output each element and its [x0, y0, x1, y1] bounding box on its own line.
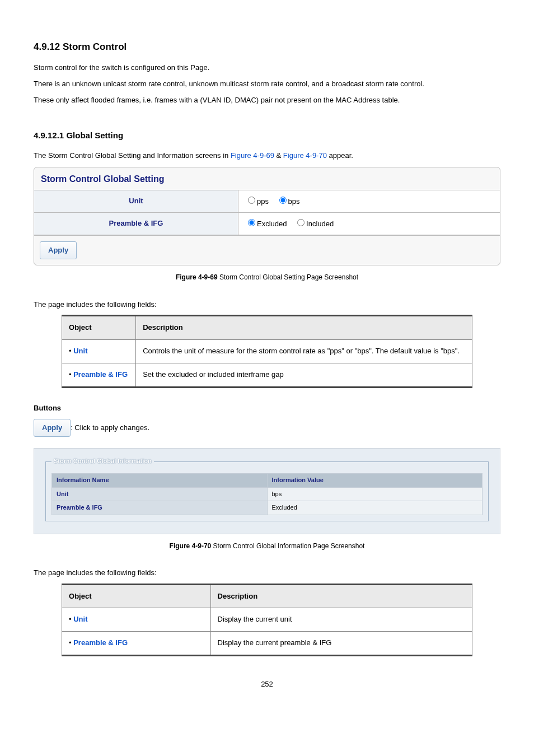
text: appear.: [327, 151, 353, 160]
radio-included-input[interactable]: [297, 219, 305, 226]
intro-p1: Storm control for the switch is configur…: [34, 62, 500, 74]
definition-table-2: Object Description Unit Display the curr…: [62, 584, 472, 656]
definition-table-1: Object Description Unit Controls the uni…: [62, 315, 472, 388]
info-preamble-name: Preamble & IFG: [52, 501, 268, 515]
buttons-heading: Buttons: [34, 403, 500, 414]
radio-excluded-label: Excluded: [257, 220, 287, 228]
panel-row-preamble: Preamble & IFG Excluded Included: [34, 212, 500, 235]
obj-preamble-2: Preamble & IFG: [62, 632, 211, 656]
obj-unit-text: Unit: [69, 347, 87, 355]
table-header-row: Object Description: [62, 316, 472, 340]
info-legend: Storm Control Global Information: [51, 456, 154, 466]
panel-title: Storm Control Global Setting: [34, 167, 500, 190]
desc-preamble-2: Display the current preamble & IFG: [210, 632, 472, 656]
radio-pps[interactable]: pps: [245, 197, 269, 206]
unit-options: pps bps: [238, 190, 500, 212]
desc-unit: Controls the unit of measure for the sto…: [136, 340, 472, 363]
desc-unit-2: Display the current unit: [210, 608, 472, 632]
obj-unit: Unit: [62, 340, 136, 363]
storm-control-setting-panel: Storm Control Global Setting Unit pps bp…: [34, 167, 500, 265]
unit-label: Unit: [34, 190, 238, 212]
th-object: Object: [62, 316, 136, 340]
page-number: 252: [34, 679, 500, 690]
th-description-2: Description: [210, 584, 472, 608]
info-table: Information Name Information Value Unit …: [51, 473, 483, 515]
panel-table: Unit pps bps Preamble & IFG Excluded Inc…: [34, 190, 500, 235]
table-row: Unit Display the current unit: [62, 608, 472, 632]
caption-rest: Storm Control Global Setting Page Screen…: [219, 273, 358, 281]
radio-pps-input[interactable]: [248, 197, 255, 204]
radio-included-label: Included: [306, 220, 334, 228]
fields-intro-2: The page includes the following fields:: [34, 567, 500, 579]
intro-p3: These only affect flooded frames, i.e. f…: [34, 95, 500, 106]
caption2-bold: Figure 4-9-70: [170, 542, 213, 550]
obj-unit-2-text: Unit: [69, 615, 87, 623]
th-description: Description: [136, 316, 472, 340]
radio-bps-input[interactable]: [279, 197, 287, 204]
info-preamble-value: Excluded: [267, 501, 483, 515]
preamble-options: Excluded Included: [238, 212, 500, 235]
info-header-row: Information Name Information Value: [52, 473, 483, 487]
text: The Storm Control Global Setting and Inf…: [34, 151, 231, 160]
info-fieldset: Storm Control Global Information Informa…: [45, 456, 489, 521]
th-object-2: Object: [62, 584, 211, 608]
obj-preamble-2-text: Preamble & IFG: [69, 638, 128, 647]
obj-unit-2: Unit: [62, 608, 211, 632]
radio-included[interactable]: Included: [294, 220, 334, 228]
info-th-value: Information Value: [267, 473, 483, 487]
info-unit-value: bps: [267, 487, 483, 501]
obj-preamble-text: Preamble & IFG: [69, 370, 128, 379]
table-row: Preamble & IFG Display the current pream…: [62, 632, 472, 656]
panel-footer: Apply: [34, 235, 500, 265]
desc-preamble: Set the excluded or included interframe …: [136, 363, 472, 387]
figure-caption-69: Figure 4-9-69 Storm Control Global Setti…: [34, 272, 500, 283]
subsection-heading: 4.9.12.1 Global Setting: [34, 129, 500, 142]
obj-preamble: Preamble & IFG: [62, 363, 136, 387]
table-header-row: Object Description: [62, 584, 472, 608]
radio-bps[interactable]: bps: [277, 197, 300, 206]
apply-button-example[interactable]: Apply: [34, 419, 71, 437]
panel-row-unit: Unit pps bps: [34, 190, 500, 212]
radio-excluded-input[interactable]: [248, 219, 255, 226]
caption2-rest: Storm Control Global Information Page Sc…: [213, 542, 365, 550]
intro-p2: There is an unknown unicast storm rate c…: [34, 78, 500, 90]
radio-bps-label: bps: [288, 197, 300, 206]
text: &: [274, 151, 283, 160]
info-row-unit: Unit bps: [52, 487, 483, 501]
info-legend-text: Storm Control Global Information: [54, 458, 152, 464]
radio-pps-label: pps: [257, 197, 269, 206]
preamble-label: Preamble & IFG: [34, 212, 238, 235]
table-row: Preamble & IFG Set the excluded or inclu…: [62, 363, 472, 387]
section-heading: 4.9.12 Storm Control: [34, 39, 500, 54]
figure-link-69[interactable]: Figure 4-9-69: [231, 151, 274, 160]
figure-link-70[interactable]: Figure 4-9-70: [283, 151, 327, 160]
table-row: Unit Controls the unit of measure for th…: [62, 340, 472, 363]
info-th-name: Information Name: [52, 473, 268, 487]
fields-intro-1: The page includes the following fields:: [34, 299, 500, 311]
info-unit-name: Unit: [52, 487, 268, 501]
caption-bold: Figure 4-9-69: [176, 273, 219, 281]
apply-button[interactable]: Apply: [40, 241, 77, 260]
info-row-preamble: Preamble & IFG Excluded: [52, 501, 483, 515]
apply-desc: : Click to apply changes.: [71, 423, 149, 432]
global-setting-intro: The Storm Control Global Setting and Inf…: [34, 150, 500, 162]
info-panel-wrap: Storm Control Global Information Informa…: [34, 448, 500, 534]
figure-caption-70: Figure 4-9-70 Storm Control Global Infor…: [34, 541, 500, 552]
radio-excluded[interactable]: Excluded: [245, 220, 287, 228]
buttons-row: Apply: Click to apply changes.: [34, 419, 500, 437]
